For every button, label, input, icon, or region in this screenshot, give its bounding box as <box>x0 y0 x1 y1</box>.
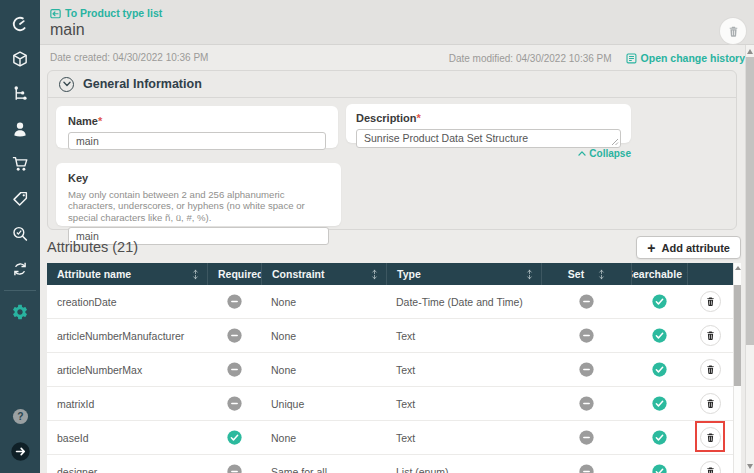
table-scrollbar-thumb[interactable] <box>734 285 741 386</box>
cell-type: Text <box>386 353 541 386</box>
column-header-label: Searchable <box>631 268 682 280</box>
cell-attribute-name: designer <box>47 455 207 473</box>
name-field-card: Name* <box>56 106 338 148</box>
search-check-icon <box>11 225 29 243</box>
delete-attribute-button[interactable] <box>700 359 721 380</box>
resize-handle-icon[interactable] <box>611 138 619 146</box>
column-header-actions <box>687 263 733 285</box>
page-scroll-up-arrow[interactable] <box>747 49 753 54</box>
gear-icon <box>11 303 29 321</box>
svg-text:?: ? <box>17 411 23 422</box>
check-circle-icon <box>652 294 667 309</box>
cell-constraint: None <box>261 285 386 318</box>
add-attribute-button[interactable]: + Add attribute <box>636 236 741 259</box>
cell-attribute-name: creationDate <box>47 285 207 318</box>
nav-dashboard[interactable] <box>0 6 40 41</box>
meta-right-group: Date modified: 04/30/2022 10:36 PM Open … <box>449 52 745 64</box>
chevron-down-icon <box>63 80 71 88</box>
column-header-type[interactable]: Type <box>386 263 541 285</box>
table-scrollbar[interactable] <box>733 263 741 473</box>
help-icon: ? <box>11 407 30 426</box>
nav-orders[interactable] <box>0 146 40 181</box>
table-scroll-up-arrow[interactable] <box>735 266 741 270</box>
sidebar: ? <box>0 0 40 473</box>
check-circle-icon <box>652 396 667 411</box>
cell-set <box>541 319 631 352</box>
chevron-up-icon <box>578 150 586 157</box>
date-modified-text: Date modified: 04/30/2022 10:36 PM <box>449 53 612 64</box>
minus-circle-icon <box>579 396 594 411</box>
general-information-panel: General Information Name* Description* S… <box>47 70 737 230</box>
expand-sidebar-button[interactable] <box>0 434 40 469</box>
hierarchy-icon <box>11 85 29 103</box>
general-information-header[interactable]: General Information <box>48 71 736 98</box>
column-header-set[interactable]: Set <box>541 263 631 285</box>
user-icon <box>11 120 29 138</box>
page-scrollbar-thumb[interactable] <box>746 57 754 345</box>
cell-type: Date-Time (Date and Time) <box>386 285 541 318</box>
back-icon <box>50 8 61 19</box>
page-scroll-down-arrow[interactable] <box>747 464 753 469</box>
column-header-searchable[interactable]: Searchable <box>631 263 687 285</box>
table-row: articleNumberMaxNoneText <box>47 353 741 387</box>
cell-type: Text <box>386 421 541 454</box>
sidebar-divider <box>4 290 36 291</box>
name-label-row: Name* <box>68 111 326 129</box>
sort-icon <box>598 269 605 280</box>
change-history-icon <box>626 53 637 64</box>
page-scrollbar[interactable] <box>745 45 754 473</box>
nav-hierarchy[interactable] <box>0 76 40 111</box>
table-row: matrixIdUniqueText <box>47 387 741 421</box>
nav-customers[interactable] <box>0 111 40 146</box>
cell-actions <box>687 387 733 420</box>
nav-settings[interactable] <box>0 294 40 329</box>
collapse-link[interactable]: Collapse <box>346 148 631 159</box>
cell-required <box>207 319 261 352</box>
delete-product-type-button[interactable] <box>720 18 746 44</box>
cell-actions <box>687 285 733 318</box>
cell-attribute-name: articleNumberMax <box>47 353 207 386</box>
minus-circle-icon <box>227 464 242 473</box>
column-header-constraint[interactable]: Constraint <box>261 263 386 285</box>
required-asterisk: * <box>417 112 421 124</box>
table-row: creationDateNoneDate-Time (Date and Time… <box>47 285 741 319</box>
back-to-product-type-list-link[interactable]: To Product type list <box>50 7 162 19</box>
collapse-label: Collapse <box>589 148 631 159</box>
cell-type: Text <box>386 387 541 420</box>
collapse-section-button[interactable] <box>59 77 74 92</box>
cell-required <box>207 455 261 473</box>
nav-products[interactable] <box>0 41 40 76</box>
help-button[interactable]: ? <box>0 399 40 434</box>
nav-sync[interactable] <box>0 251 40 286</box>
minus-circle-icon <box>227 396 242 411</box>
delete-attribute-button[interactable] <box>700 291 721 312</box>
delete-attribute-button[interactable] <box>700 427 721 448</box>
required-asterisk: * <box>98 115 102 127</box>
delete-attribute-button[interactable] <box>700 393 721 414</box>
sync-icon <box>11 260 29 278</box>
key-label: Key <box>68 172 88 184</box>
description-textarea[interactable]: Sunrise Product Data Set Structure <box>356 129 621 148</box>
nav-audit[interactable] <box>0 216 40 251</box>
check-circle-icon <box>652 430 667 445</box>
name-input[interactable] <box>68 132 326 150</box>
cell-required <box>207 285 261 318</box>
back-link-label: To Product type list <box>65 7 162 19</box>
change-history-label: Open change history <box>641 52 745 64</box>
minus-circle-icon <box>227 362 242 377</box>
open-change-history-link[interactable]: Open change history <box>626 52 745 64</box>
minus-circle-icon <box>227 294 242 309</box>
description-textarea-wrap: Sunrise Product Data Set Structure <box>356 129 621 148</box>
column-header-required[interactable]: Required <box>207 263 261 285</box>
cell-constraint: Same for all <box>261 455 386 473</box>
delete-attribute-button[interactable] <box>700 325 721 346</box>
key-help-text: May only contain between 2 and 256 alpha… <box>68 189 329 223</box>
nav-labels[interactable] <box>0 181 40 216</box>
column-header-attribute-name[interactable]: Attribute name <box>47 263 207 285</box>
delete-attribute-button[interactable] <box>700 461 721 473</box>
cell-constraint: None <box>261 421 386 454</box>
cell-set <box>541 285 631 318</box>
minus-circle-icon <box>579 294 594 309</box>
cart-icon <box>11 155 29 173</box>
check-circle-icon <box>652 362 667 377</box>
